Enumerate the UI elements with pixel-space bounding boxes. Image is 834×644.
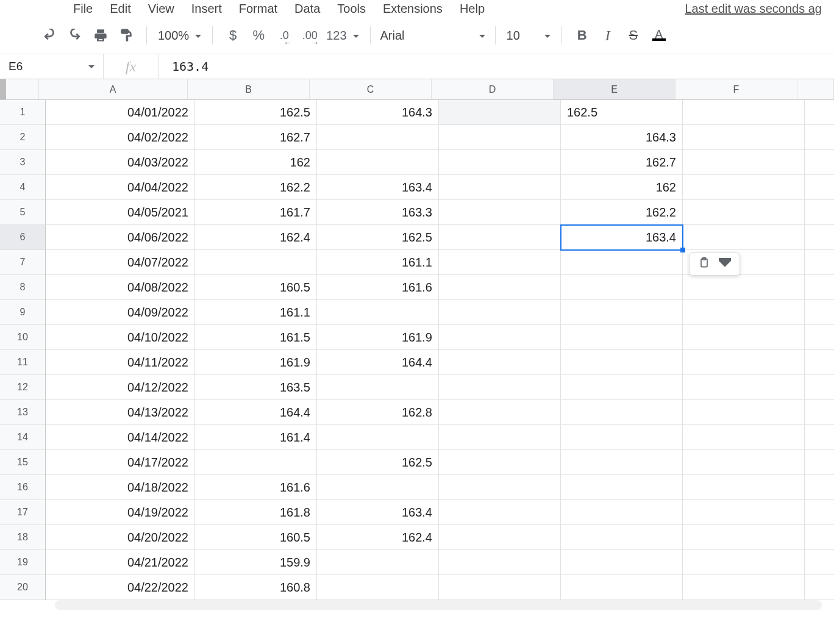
column-header-C[interactable]: C [310, 79, 432, 100]
cell-C14[interactable] [317, 425, 439, 450]
cell-C12[interactable] [317, 375, 439, 400]
cell-B12[interactable]: 163.5 [195, 375, 317, 400]
cell-next-20[interactable] [805, 575, 834, 600]
increase-decimal-button[interactable]: .00 → [299, 25, 320, 46]
cell-E19[interactable] [561, 550, 683, 575]
row-header-5[interactable]: 5 [0, 200, 46, 225]
cell-A15[interactable]: 04/17/2022 [46, 450, 195, 475]
row-header-16[interactable]: 16 [0, 475, 46, 500]
cell-E9[interactable] [561, 300, 683, 325]
cell-next-19[interactable] [805, 550, 834, 575]
format-percent-button[interactable]: % [248, 25, 269, 46]
cell-E10[interactable] [561, 325, 683, 350]
cell-F5[interactable] [683, 200, 805, 225]
cell-E6[interactable]: 163.4 [561, 225, 683, 250]
cell-D14[interactable] [439, 425, 561, 450]
row-header-2[interactable]: 2 [0, 125, 46, 150]
cell-E20[interactable] [561, 575, 683, 600]
cell-D15[interactable] [439, 450, 561, 475]
cell-F6[interactable] [683, 225, 805, 250]
cell-D10[interactable] [439, 325, 561, 350]
cell-E8[interactable] [561, 275, 683, 300]
cell-A6[interactable]: 04/06/2022 [46, 225, 195, 250]
cell-E13[interactable] [561, 400, 683, 425]
last-edit-link[interactable]: Last edit was seconds ag [685, 2, 822, 16]
bold-button[interactable]: B [572, 25, 593, 46]
cell-B9[interactable]: 161.1 [195, 300, 317, 325]
menu-data[interactable]: Data [294, 2, 320, 16]
cell-B8[interactable]: 160.5 [195, 275, 317, 300]
row-header-15[interactable]: 15 [0, 450, 46, 475]
cell-grid[interactable]: 04/01/2022162.5164.3162.504/02/2022162.7… [46, 100, 834, 600]
cell-C1[interactable]: 164.3 [317, 100, 439, 125]
row-header-18[interactable]: 18 [0, 525, 46, 550]
cell-D7[interactable] [439, 250, 561, 275]
cell-F13[interactable] [683, 400, 805, 425]
row-header-9[interactable]: 9 [0, 300, 46, 325]
strike-button[interactable]: S [623, 25, 644, 46]
cell-E14[interactable] [561, 425, 683, 450]
font-select[interactable]: Arial [378, 29, 488, 43]
paint-format-icon[interactable] [116, 25, 137, 46]
cell-D6[interactable] [439, 225, 561, 250]
cell-F15[interactable] [683, 450, 805, 475]
cell-B6[interactable]: 162.4 [195, 225, 317, 250]
cell-B1[interactable]: 162.5 [195, 100, 317, 125]
italic-button[interactable]: I [597, 25, 618, 46]
cell-E12[interactable] [561, 375, 683, 400]
cell-next-2[interactable] [805, 125, 834, 150]
cell-next-10[interactable] [805, 325, 834, 350]
cell-F18[interactable] [683, 525, 805, 550]
cell-B13[interactable]: 164.4 [195, 400, 317, 425]
cell-E11[interactable] [561, 350, 683, 375]
cell-A19[interactable]: 04/21/2022 [46, 550, 195, 575]
select-all-corner[interactable] [0, 79, 38, 100]
formula-input[interactable]: 163.4 [159, 54, 834, 79]
zoom-select[interactable]: 100% [154, 29, 205, 43]
cell-F1[interactable] [683, 100, 805, 125]
cell-A12[interactable]: 04/12/2022 [46, 375, 195, 400]
cell-D8[interactable] [439, 275, 561, 300]
cell-A5[interactable]: 04/05/2021 [46, 200, 195, 225]
cell-A8[interactable]: 04/08/2022 [46, 275, 195, 300]
cell-B20[interactable]: 160.8 [195, 575, 317, 600]
cell-next-18[interactable] [805, 525, 834, 550]
row-header-19[interactable]: 19 [0, 550, 46, 575]
paste-options-button[interactable] [689, 252, 740, 276]
cell-F8[interactable] [683, 275, 805, 300]
row-header-10[interactable]: 10 [0, 325, 46, 350]
cell-F20[interactable] [683, 575, 805, 600]
cell-D2[interactable] [439, 125, 561, 150]
column-header-A[interactable]: A [38, 79, 188, 100]
menu-view[interactable]: View [148, 2, 174, 16]
menu-help[interactable]: Help [460, 2, 485, 16]
column-header-D[interactable]: D [432, 79, 554, 100]
menu-format[interactable]: Format [239, 2, 277, 16]
cell-B16[interactable]: 161.6 [195, 475, 317, 500]
cell-D18[interactable] [439, 525, 561, 550]
cell-C13[interactable]: 162.8 [317, 400, 439, 425]
cell-next-12[interactable] [805, 375, 834, 400]
row-header-7[interactable]: 7 [0, 250, 46, 275]
cell-D1[interactable] [439, 100, 561, 125]
cell-E4[interactable]: 162 [561, 175, 683, 200]
cell-next-11[interactable] [805, 350, 834, 375]
row-header-8[interactable]: 8 [0, 275, 46, 300]
name-box[interactable]: E6 [0, 54, 104, 79]
row-header-12[interactable]: 12 [0, 375, 46, 400]
cell-D4[interactable] [439, 175, 561, 200]
cell-D16[interactable] [439, 475, 561, 500]
cell-B11[interactable]: 161.9 [195, 350, 317, 375]
row-header-11[interactable]: 11 [0, 350, 46, 375]
cell-B3[interactable]: 162 [195, 150, 317, 175]
cell-B4[interactable]: 162.2 [195, 175, 317, 200]
cell-next-4[interactable] [805, 175, 834, 200]
cell-B2[interactable]: 162.7 [195, 125, 317, 150]
cell-C7[interactable]: 161.1 [317, 250, 439, 275]
cell-A3[interactable]: 04/03/2022 [46, 150, 195, 175]
cell-E1[interactable]: 162.5 [561, 100, 683, 125]
cell-E16[interactable] [561, 475, 683, 500]
cell-C6[interactable]: 162.5 [317, 225, 439, 250]
horizontal-scrollbar[interactable] [55, 600, 822, 610]
cell-E15[interactable] [561, 450, 683, 475]
